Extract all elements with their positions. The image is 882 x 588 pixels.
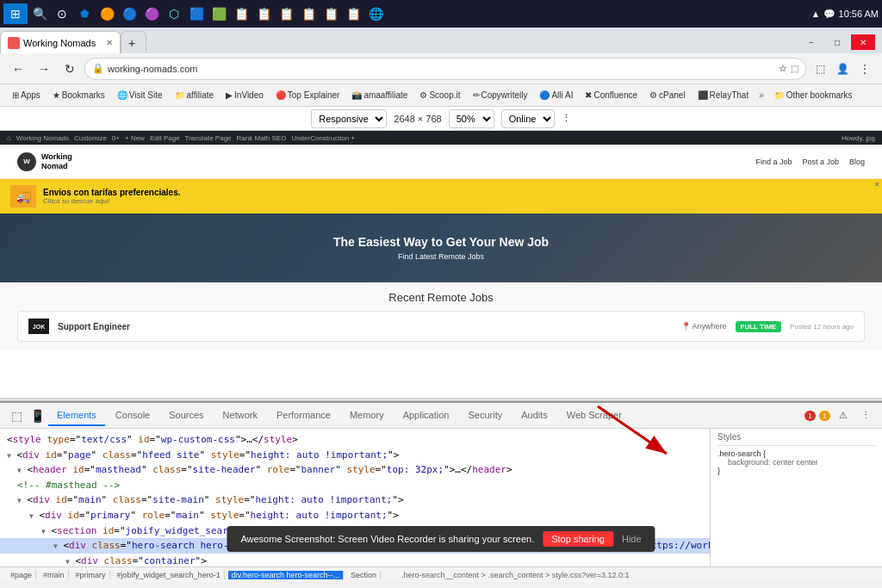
address-bar[interactable]: 🔒 working-nomads.com ☆ ⬚ <box>84 58 806 80</box>
bookmark-other[interactable]: 📁 Other bookmarks <box>769 87 858 104</box>
taskbar-icon-5[interactable]: 🟦 <box>186 3 207 24</box>
statusbar-page[interactable]: #page <box>7 571 36 579</box>
network-select[interactable]: Online <box>501 109 555 128</box>
wp-admin-new[interactable]: + New <box>125 134 145 142</box>
site-logo[interactable]: W WorkingNomad <box>17 152 72 171</box>
extension-icon[interactable]: ⬚ <box>791 64 798 73</box>
taskbar-icon-13[interactable]: 🌐 <box>365 3 386 24</box>
tab-close-button[interactable]: ✕ <box>106 38 113 47</box>
statusbar-section[interactable]: Section <box>347 571 381 579</box>
hide-button[interactable]: Hide <box>622 534 642 544</box>
wp-admin-site-name[interactable]: Working Nomads <box>16 134 69 142</box>
wp-admin-comments[interactable]: 0+ <box>112 134 120 142</box>
stop-sharing-button[interactable]: Stop sharing <box>543 531 613 547</box>
dom-line-style[interactable]: <style type="text/css" id="wp-custom-css… <box>0 432 710 448</box>
forward-button[interactable]: → <box>33 58 55 80</box>
responsive-mode-select[interactable]: Responsive <box>311 109 387 128</box>
wp-admin-edit-page[interactable]: Edit Page <box>150 134 180 142</box>
bookmark-relaythat[interactable]: ⬛ RelayThat <box>693 87 755 104</box>
job-item[interactable]: JOK Support Engineer 📍Anywhere FULL TIME… <box>17 311 865 342</box>
taskbar-icon-6[interactable]: 🟩 <box>208 3 229 24</box>
dom-line-page[interactable]: <div id="page" class="hfeed site" style=… <box>0 448 710 463</box>
bookmark-invideo[interactable]: ▶ InVideo <box>220 87 269 104</box>
devtools-inspect-icon[interactable]: ⬚ <box>7 406 26 425</box>
dom-line-container[interactable]: <div class="container"> <box>0 554 710 566</box>
statusbar-primary[interactable]: #primary <box>72 571 110 579</box>
wp-admin-rankmath[interactable]: Rank Math SEO <box>237 134 287 142</box>
devtools-tab-console[interactable]: Console <box>107 405 158 426</box>
wp-admin-customize[interactable]: Customize <box>74 134 107 142</box>
extensions-button[interactable]: ⬚ <box>810 59 830 79</box>
chrome-tab-active[interactable]: Working Nomads ✕ <box>0 31 121 53</box>
devtools-tab-webscraper[interactable]: Web Scraper <box>558 405 630 426</box>
taskbar-icon-7[interactable]: 📋 <box>231 3 252 24</box>
start-button[interactable]: ⊞ <box>3 3 28 24</box>
taskbar-icon-3[interactable]: 🟣 <box>141 3 162 24</box>
devtools-tab-sources[interactable]: Sources <box>160 405 212 426</box>
nav-post-job[interactable]: Post a Job <box>802 158 839 166</box>
wp-admin-underconstruction[interactable]: UnderConstruction + <box>291 134 355 142</box>
taskbar-icon-10[interactable]: 📋 <box>298 3 319 24</box>
ad-close-button[interactable]: ✕ <box>874 181 880 189</box>
statusbar-main[interactable]: #main <box>40 571 69 579</box>
devtools-tab-elements[interactable]: Elements <box>48 405 105 426</box>
bookmark-visitsite[interactable]: 🌐 Visit Site <box>112 87 168 104</box>
devtools-tab-audits[interactable]: Audits <box>512 405 556 426</box>
wp-admin-translate[interactable]: Translate Page <box>185 134 232 142</box>
zoom-select[interactable]: 50% <box>449 109 494 128</box>
profile-button[interactable]: 👤 <box>832 59 853 79</box>
dom-line-main[interactable]: <div id="main" class="site-main" style="… <box>0 492 710 508</box>
taskbar-icon-9[interactable]: 📋 <box>276 3 296 24</box>
bookmark-copywritelly[interactable]: ✏ Copywritelly <box>468 87 533 104</box>
chrome-tab-inactive[interactable]: + <box>121 31 146 53</box>
close-button[interactable]: ✕ <box>851 34 875 50</box>
nav-blog[interactable]: Blog <box>849 158 865 166</box>
bookmark-scoopit[interactable]: ⚙ Scoop.it <box>414 87 465 104</box>
dom-line-header[interactable]: <header id="masthead" class="site-header… <box>0 462 710 478</box>
bookmark-apps[interactable]: ⊞ Apps <box>7 87 46 104</box>
statusbar-jobify[interactable]: #jobify_widget_search_hero-1 <box>114 571 225 579</box>
devtools-device-icon[interactable]: 📱 <box>28 406 47 425</box>
logo-icon: W <box>17 152 36 171</box>
job-posted-time: Posted 12 hours ago <box>790 323 854 331</box>
bookmark-topexplainer[interactable]: 🔴 Top Explainer <box>270 87 345 104</box>
bookmark-amaaffiliate[interactable]: 📸 amaaffiliate <box>346 87 413 104</box>
responsive-options-icon[interactable]: ⋮ <box>562 113 571 124</box>
taskbar-search-icon[interactable]: 🔍 <box>29 3 50 24</box>
taskbar-edge-icon[interactable]: ⬟ <box>74 3 95 24</box>
dom-line-comment[interactable]: <!-- #masthead --> <box>0 478 710 493</box>
taskbar-icon-12[interactable]: 📋 <box>343 3 363 24</box>
reload-button[interactable]: ↻ <box>59 58 81 80</box>
wp-admin-logo[interactable]: ⌂ <box>7 134 11 142</box>
nav-find-job[interactable]: Find a Job <box>755 158 792 166</box>
bookmark-bookmarks[interactable]: ★ Bookmarks <box>47 87 110 104</box>
bookmark-confluence[interactable]: ✖ Confluence <box>580 87 643 104</box>
menu-button[interactable]: ⋮ <box>854 59 875 79</box>
devtools-tab-memory[interactable]: Memory <box>341 405 393 426</box>
job-type-badge: FULL TIME <box>736 321 782 332</box>
devtools-warning-icon[interactable]: ⚠ <box>834 406 853 425</box>
minimize-button[interactable]: − <box>799 34 823 50</box>
devtools-tab-security[interactable]: Security <box>459 405 511 426</box>
taskbar-icon-2[interactable]: 🔵 <box>119 3 140 24</box>
devtools-tab-application[interactable]: Application <box>394 405 458 426</box>
bookmark-alliai[interactable]: 🔵 Alli AI <box>534 87 578 104</box>
taskbar-icon-8[interactable]: 📋 <box>253 3 274 24</box>
back-button[interactable]: ← <box>7 58 29 80</box>
bookmark-affiliate[interactable]: 📁 affiliate <box>170 87 220 104</box>
taskbar-task-view[interactable]: ⊙ <box>52 3 72 24</box>
maximize-button[interactable]: □ <box>825 34 849 50</box>
statusbar-hero[interactable]: div.hero-search hero-search--... <box>228 571 344 579</box>
recording-text: Awesome Screenshot: Screen Video Recorde… <box>240 534 534 544</box>
devtools-tab-performance[interactable]: Performance <box>268 405 339 426</box>
dom-line-primary[interactable]: <div id="primary" role="main" style="hei… <box>0 508 710 523</box>
star-icon[interactable]: ☆ <box>779 63 787 74</box>
responsive-bar: Responsive 2648 × 768 50% Online ⋮ <box>0 107 882 131</box>
taskbar-icon-11[interactable]: 📋 <box>320 3 341 24</box>
taskbar-icon-1[interactable]: 🟠 <box>96 3 117 24</box>
taskbar-icon-4[interactable]: ⬡ <box>164 3 184 24</box>
wp-admin-user[interactable]: Howdy, jpg <box>842 134 875 142</box>
bookmark-cpanel[interactable]: ⚙ cPanel <box>644 87 691 104</box>
devtools-more-button[interactable]: ⋮ <box>856 406 875 425</box>
devtools-tab-network[interactable]: Network <box>214 405 266 426</box>
